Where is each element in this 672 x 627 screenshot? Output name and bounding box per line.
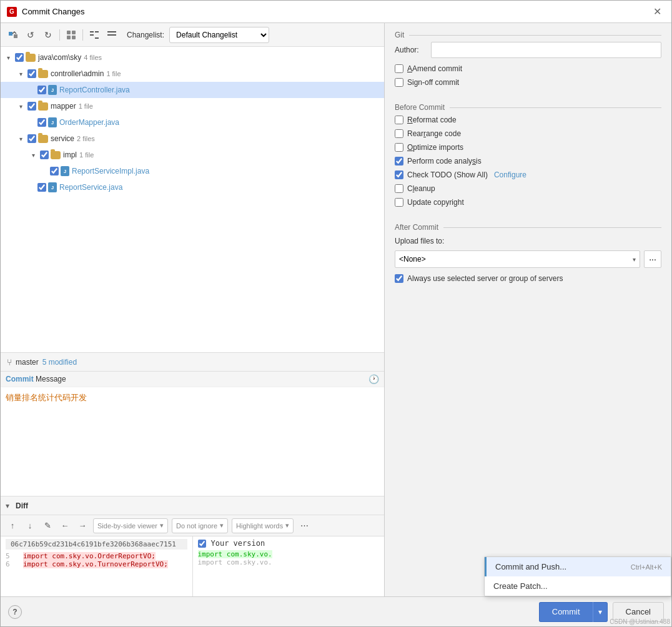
clock-icon[interactable]: 🕐 xyxy=(368,374,379,384)
commit-arrow-btn[interactable]: ▾ xyxy=(593,602,608,622)
diff-toolbar: ↑ ↓ ✎ ← → Side-by-side viewer ▾ Do not i… xyxy=(1,515,384,536)
commit-main-btn[interactable]: Commit xyxy=(539,602,593,622)
main-content: ↺ ↻ Changelist: Default Changelist xyxy=(1,23,671,596)
diff-left: 06c716b59cd231b4c6191bfe3206b368aaec7151… xyxy=(1,536,192,596)
reformat-checkbox[interactable] xyxy=(395,116,403,124)
commit-message-header: Commit Message 🕐 xyxy=(1,372,384,387)
rearrange-checkbox[interactable] xyxy=(395,129,403,138)
file-name: ReportServiceImpl.java xyxy=(72,167,149,175)
diff-up-btn[interactable]: ↑ xyxy=(6,519,19,533)
upload-value: <None> xyxy=(399,255,426,264)
tree-checkbox[interactable] xyxy=(27,134,36,143)
tree-row[interactable]: J ReportController.java xyxy=(1,82,384,98)
upload-row: Upload files to: xyxy=(395,237,661,245)
reload-btn[interactable]: ↻ xyxy=(41,27,56,42)
dropdown-arrow-icon: ▾ xyxy=(633,256,636,263)
tree-checkbox[interactable] xyxy=(37,118,46,127)
commit-and-push-item[interactable]: Commit and Push... Ctrl+Alt+K xyxy=(485,557,671,576)
changelist-label: Changelist: xyxy=(127,31,164,39)
always-use-row: Always use selected server or group of s… xyxy=(395,273,661,284)
tree-checkbox[interactable] xyxy=(15,53,24,62)
diff-more-btn[interactable]: ⋯ xyxy=(297,519,311,533)
group-btn[interactable] xyxy=(64,27,79,42)
viewer-dropdown[interactable]: Side-by-side viewer ▾ xyxy=(93,518,168,533)
your-version-checkbox[interactable] xyxy=(198,540,206,548)
move-to-another-changelist-btn[interactable] xyxy=(6,27,21,42)
amend-commit-checkbox[interactable] xyxy=(395,64,403,73)
author-input[interactable] xyxy=(431,42,661,58)
ignore-dropdown[interactable]: Do not ignore ▾ xyxy=(172,518,228,533)
help-button[interactable]: ? xyxy=(8,605,22,619)
copyright-checkbox[interactable] xyxy=(395,198,403,207)
expand-arrow: ▾ xyxy=(28,150,38,160)
before-commit-section: Before Commit Reformat code Rearrange co… xyxy=(395,103,661,210)
diff-fwd-btn[interactable]: → xyxy=(76,519,89,533)
check-todo-checkbox[interactable] xyxy=(395,170,403,179)
diff-collapse-arrow[interactable]: ▾ xyxy=(6,501,9,510)
before-commit-label: Before Commit xyxy=(395,103,445,112)
folder-icon xyxy=(38,102,48,111)
tree-label: impl xyxy=(63,151,77,159)
reformat-label: Reformat code xyxy=(407,116,457,124)
expand-arrow: ▾ xyxy=(16,69,26,79)
cleanup-label: Cleanup xyxy=(407,184,435,193)
commit-message-section: Commit Message 🕐 销量排名统计代码开发 xyxy=(1,372,384,496)
java-file-icon: J xyxy=(48,182,57,192)
tree-checkbox[interactable] xyxy=(40,151,49,159)
tree-row[interactable]: ▾ mapper 1 file xyxy=(1,98,384,114)
tree-row[interactable]: J ReportServiceImpl.java xyxy=(1,163,384,179)
sign-off-checkbox[interactable] xyxy=(395,78,403,87)
commit-message-input[interactable]: 销量排名统计代码开发 xyxy=(1,387,384,496)
tree-count: 2 files xyxy=(77,135,95,142)
highlight-dropdown[interactable]: Highlight words ▾ xyxy=(232,518,294,533)
close-button[interactable]: ✕ xyxy=(650,4,665,19)
always-use-checkbox[interactable] xyxy=(395,274,403,283)
diff-title: Diff xyxy=(16,501,28,510)
collapse-btn[interactable] xyxy=(104,27,119,42)
sign-off-row: Sign-off commit xyxy=(395,77,661,88)
configure-link[interactable]: Configure xyxy=(494,170,526,179)
create-patch-item[interactable]: Create Patch... xyxy=(485,576,671,596)
analysis-checkbox[interactable] xyxy=(395,157,403,165)
diff-left-lines: 5 import com.sky.vo.OrderReportVO; 6 imp… xyxy=(6,552,168,568)
tree-checkbox[interactable] xyxy=(27,69,36,78)
upload-more-btn[interactable]: ··· xyxy=(644,250,661,268)
upload-dropdown[interactable]: <None> ▾ xyxy=(395,250,640,268)
removed-line: import com.sky.vo.TurnoverReportVO; xyxy=(23,560,168,568)
optimize-row: Optimize imports xyxy=(395,142,661,153)
tree-row[interactable]: ▾ service 2 files xyxy=(1,131,384,147)
tree-row[interactable]: J ReportService.java xyxy=(1,179,384,195)
svg-rect-0 xyxy=(9,32,12,36)
diff-down-btn[interactable]: ↓ xyxy=(23,519,37,533)
changelist-select[interactable]: Default Changelist xyxy=(169,27,269,43)
cleanup-checkbox[interactable] xyxy=(395,184,403,193)
tree-row[interactable]: ▾ controller\admin 1 file xyxy=(1,66,384,82)
tree-row[interactable]: ▾ impl 1 file xyxy=(1,147,384,163)
diff-back-btn[interactable]: ← xyxy=(58,519,72,533)
right-line: import com.sky.vo. xyxy=(198,558,272,566)
amend-underline: A xyxy=(407,64,412,73)
tree-row[interactable]: ▾ java\com\sky 4 files xyxy=(1,49,384,66)
create-patch-label: Create Patch... xyxy=(493,581,548,591)
expand-arrow: ▾ xyxy=(16,134,26,144)
analysis-row: Perform code analysis xyxy=(395,156,661,167)
refresh-btn[interactable]: ↺ xyxy=(23,27,38,42)
tree-checkbox[interactable] xyxy=(37,183,46,192)
tree-label: mapper xyxy=(51,102,76,111)
author-label: Author: xyxy=(395,46,426,54)
optimize-checkbox[interactable] xyxy=(395,143,403,152)
ignore-arrow: ▾ xyxy=(220,521,224,530)
diff-edit-btn[interactable]: ✎ xyxy=(41,519,54,533)
svg-rect-1 xyxy=(14,34,17,38)
tree-row[interactable]: J OrderMapper.java xyxy=(1,114,384,131)
tree-checkbox[interactable] xyxy=(37,86,46,94)
modified-badge: 5 modified xyxy=(42,358,77,367)
expand-arrow: ▾ xyxy=(3,52,13,62)
left-panel: ↺ ↻ Changelist: Default Changelist xyxy=(1,23,385,596)
git-section-header: Git xyxy=(395,31,661,39)
tree-checkbox[interactable] xyxy=(50,167,59,175)
tree-checkbox[interactable] xyxy=(27,102,36,111)
folder-icon xyxy=(26,54,36,62)
expand-btn[interactable] xyxy=(87,27,102,42)
after-commit-section: After Commit Upload files to: <None> ▾ ·… xyxy=(395,223,661,287)
